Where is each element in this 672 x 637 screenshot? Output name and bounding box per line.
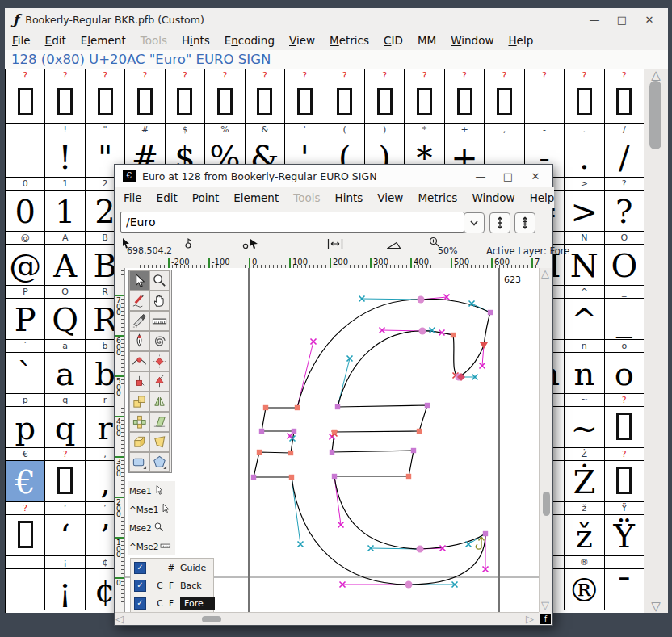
glyph-cell[interactable] bbox=[285, 82, 325, 123]
glyph-cell[interactable] bbox=[6, 515, 45, 555]
menu-item-window[interactable]: Window bbox=[464, 191, 522, 204]
glyph-cell[interactable]: p bbox=[6, 407, 45, 447]
magnify-tool[interactable] bbox=[149, 270, 170, 291]
add-hvcurve-point-tool[interactable] bbox=[149, 351, 170, 371]
editor-scroll-left-icon[interactable]: ◁ bbox=[116, 614, 124, 625]
menu-item-element[interactable]: Element bbox=[74, 34, 133, 47]
glyph-cell[interactable] bbox=[86, 82, 125, 123]
menu-item-point[interactable]: Point bbox=[185, 191, 227, 204]
perspective-tool[interactable] bbox=[149, 432, 170, 452]
editor-hscrollbar[interactable]: ◁ ▷ bbox=[115, 612, 539, 625]
glyph-name-input[interactable] bbox=[120, 212, 464, 233]
glyph-cell[interactable]: ® bbox=[565, 569, 604, 610]
glyph-cell[interactable] bbox=[45, 82, 85, 123]
glyph-cell[interactable]: o bbox=[605, 353, 645, 393]
minimize-icon[interactable]: — bbox=[581, 14, 608, 26]
glyph-cell[interactable]: a bbox=[45, 353, 85, 393]
layer-visibility-checkbox[interactable]: ✓ bbox=[134, 580, 146, 592]
glyph-cell[interactable] bbox=[246, 82, 285, 123]
menu-item-encoding[interactable]: Encoding bbox=[217, 34, 282, 47]
glyph-cell[interactable]: q bbox=[45, 407, 85, 447]
glyph-cell[interactable]: ¯ bbox=[605, 569, 645, 610]
editor-close-icon[interactable]: ✕ bbox=[522, 170, 549, 182]
knife-tool[interactable] bbox=[129, 311, 149, 331]
glyph-cell[interactable] bbox=[485, 82, 524, 123]
glyph-cell[interactable]: _ bbox=[605, 299, 645, 339]
main-scrollbar-thumb[interactable] bbox=[649, 81, 662, 149]
editor-hscroll-thumb[interactable] bbox=[202, 616, 221, 622]
maximize-icon[interactable]: □ bbox=[608, 14, 636, 26]
glyph-cell[interactable]: . bbox=[565, 136, 604, 177]
menu-item-help[interactable]: Help bbox=[523, 191, 562, 204]
main-titlebar[interactable]: ƒ Bookerly-Regular BKR.pfb (Custom) — □ … bbox=[5, 8, 668, 31]
glyph-cell[interactable] bbox=[605, 461, 645, 501]
euro-outline-path[interactable] bbox=[254, 299, 490, 585]
glyph-cell[interactable]: n bbox=[565, 353, 604, 393]
glyph-cell[interactable]: Q bbox=[45, 299, 85, 339]
menu-item-edit[interactable]: Edit bbox=[38, 34, 74, 47]
editor-maximize-icon[interactable]: □ bbox=[494, 170, 522, 182]
menu-item-tools[interactable]: Tools bbox=[286, 191, 327, 204]
add-tangent-point-tool[interactable] bbox=[149, 371, 170, 392]
polygon-star-tool[interactable] bbox=[149, 452, 170, 472]
glyph-cell[interactable]: ¡ bbox=[45, 569, 85, 610]
glyph-cell[interactable]: Ż bbox=[565, 461, 604, 501]
add-corner-point-tool[interactable] bbox=[129, 371, 149, 392]
pointer-tool[interactable] bbox=[129, 270, 149, 291]
scale-tool[interactable] bbox=[129, 392, 149, 412]
main-scrollbar[interactable]: △ ▽ bbox=[644, 69, 668, 613]
add-curve-point-tool[interactable] bbox=[129, 351, 149, 371]
glyph-cell[interactable]: ? bbox=[605, 191, 645, 231]
editor-vscrollbar[interactable]: △ ▽ bbox=[539, 268, 552, 612]
layer-row-guide[interactable]: ✓#Guide bbox=[131, 559, 213, 576]
rotate-tool[interactable] bbox=[129, 412, 149, 432]
control-points[interactable] bbox=[251, 295, 493, 589]
glyph-cell[interactable]: O bbox=[605, 245, 645, 285]
menu-item-element[interactable]: Element bbox=[226, 191, 286, 204]
glyph-cell[interactable]: ! bbox=[45, 136, 85, 177]
scroll-up-icon[interactable]: △ bbox=[644, 69, 668, 81]
glyph-cell[interactable]: ^ bbox=[565, 299, 604, 339]
palette-toggle-button[interactable]: ƒ bbox=[539, 612, 552, 625]
scroll-hand-tool[interactable] bbox=[149, 291, 170, 311]
ruler-tool[interactable] bbox=[149, 311, 170, 331]
glyph-cell[interactable] bbox=[405, 82, 444, 123]
menu-item-metrics[interactable]: Metrics bbox=[322, 34, 376, 47]
menu-item-file[interactable]: File bbox=[116, 191, 149, 204]
glyph-cell[interactable] bbox=[605, 82, 645, 123]
skew-tool[interactable] bbox=[149, 412, 170, 432]
glyph-cell[interactable] bbox=[565, 82, 604, 123]
layer-name[interactable]: Back bbox=[180, 580, 202, 591]
glyph-cell[interactable] bbox=[45, 461, 85, 501]
next-glyph-button[interactable] bbox=[514, 212, 536, 233]
glyph-cell[interactable] bbox=[205, 82, 245, 123]
layer-name[interactable]: Fore bbox=[180, 597, 215, 610]
glyph-cell[interactable] bbox=[525, 82, 565, 123]
menu-item-view[interactable]: View bbox=[370, 191, 410, 204]
menu-item-hints[interactable]: Hints bbox=[174, 34, 217, 47]
editor-vscroll-thumb[interactable] bbox=[543, 492, 550, 516]
rotate-3d-tool[interactable] bbox=[129, 432, 149, 452]
layer-column-flag[interactable]: F bbox=[166, 598, 177, 608]
glyph-cell[interactable]: ~ bbox=[565, 407, 604, 447]
scroll-down-icon[interactable]: ▽ bbox=[644, 601, 668, 612]
layer-column-flag[interactable]: C bbox=[154, 598, 166, 608]
glyph-cell[interactable]: ž bbox=[565, 515, 604, 555]
glyph-cell-selected[interactable]: € bbox=[6, 461, 45, 501]
rect-ellipse-tool[interactable] bbox=[129, 452, 149, 472]
glyph-cell[interactable]: ‘ bbox=[45, 515, 85, 555]
editor-minimize-icon[interactable]: — bbox=[467, 170, 494, 182]
glyph-cell[interactable] bbox=[6, 136, 45, 177]
flip-tool[interactable] bbox=[149, 392, 170, 412]
menu-item-metrics[interactable]: Metrics bbox=[410, 191, 464, 204]
layer-visibility-checkbox[interactable]: ✓ bbox=[134, 562, 146, 574]
glyph-cell[interactable] bbox=[326, 82, 365, 123]
menu-item-window[interactable]: Window bbox=[443, 34, 501, 47]
layer-column-flag[interactable]: F bbox=[166, 580, 177, 590]
spiro-tool[interactable] bbox=[149, 331, 170, 351]
glyph-cell[interactable]: N bbox=[565, 245, 604, 285]
layer-row-fore[interactable]: ✓CFFore bbox=[131, 594, 213, 612]
pen-tool[interactable] bbox=[129, 331, 149, 351]
layer-column-flag[interactable]: # bbox=[166, 563, 177, 572]
prev-glyph-button[interactable] bbox=[489, 212, 510, 233]
